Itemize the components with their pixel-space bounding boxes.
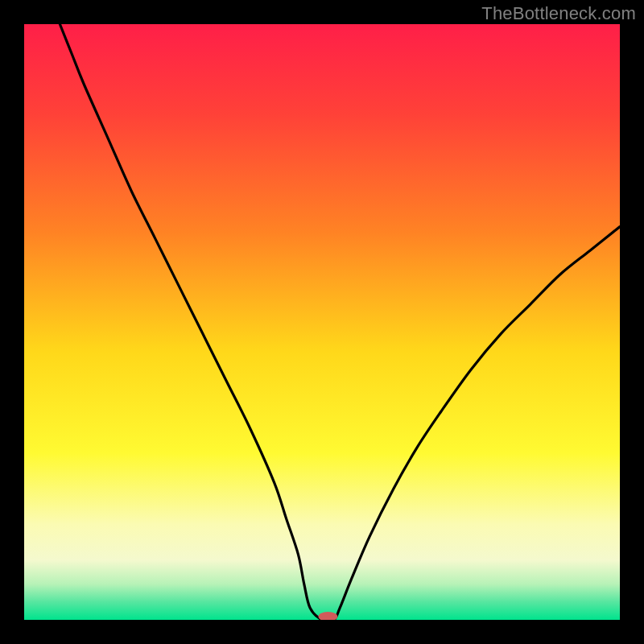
chart-svg xyxy=(24,24,620,620)
watermark-text: TheBottleneck.com xyxy=(481,3,636,24)
plot-area xyxy=(24,24,620,620)
chart-frame: TheBottleneck.com xyxy=(0,0,644,644)
gradient-background xyxy=(24,24,620,620)
